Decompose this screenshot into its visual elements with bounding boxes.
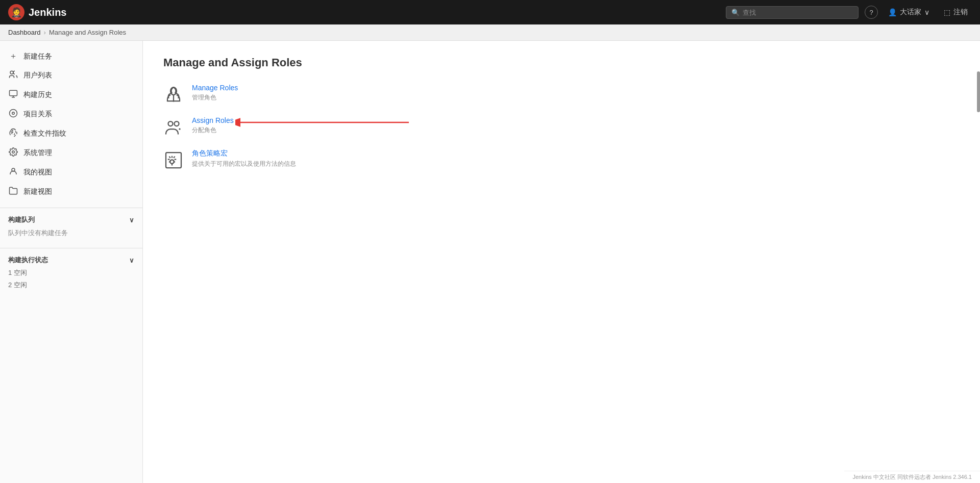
role-strategy-macro-item: 角色策略宏 提供关于可用的宏以及使用方法的信息	[163, 149, 960, 170]
executor-2-id: 2	[8, 281, 12, 289]
sidebar-item-label: 检查文件指纹	[23, 129, 66, 138]
assign-roles-item: Assign Roles 分配角色	[163, 116, 960, 138]
svg-point-7	[168, 121, 173, 126]
svg-point-3	[12, 112, 15, 115]
manage-roles-desc: 管理角色	[192, 93, 238, 102]
build-queue-content: 队列中没有构建任务	[0, 226, 142, 242]
executor-1: 1 空闲	[0, 267, 142, 279]
svg-rect-1	[10, 90, 17, 96]
plus-icon: ＋	[8, 51, 18, 62]
executor-2-status: 空闲	[14, 281, 27, 289]
app-header: 🤵 Jenkins 🔍 ? 👤 大话家 ∨ ⬚ 注销	[0, 0, 980, 24]
breadcrumb: Dashboard › Manage and Assign Roles	[0, 24, 980, 41]
page-title: Manage and Assign Roles	[163, 56, 960, 69]
red-arrow-annotation	[235, 112, 409, 133]
user-chevron-icon: ∨	[924, 8, 929, 16]
sidebar-item-new-view[interactable]: 新建视图	[0, 182, 142, 201]
logout-icon: ⬚	[944, 8, 950, 16]
build-queue-header[interactable]: 构建队列 ∨	[0, 212, 142, 226]
build-history-icon	[8, 89, 18, 100]
role-strategy-macro-icon	[163, 150, 184, 170]
role-strategy-macro-content: 角色策略宏 提供关于可用的宏以及使用方法的信息	[192, 149, 296, 168]
user-list-icon	[8, 70, 18, 81]
jenkins-logo[interactable]: 🤵 Jenkins	[8, 4, 66, 20]
manage-roles-content: Manage Roles 管理角色	[192, 84, 238, 102]
role-strategy-macro-link[interactable]: 角色策略宏	[192, 149, 296, 158]
manage-roles-icon	[163, 85, 184, 105]
user-icon: 👤	[888, 8, 897, 16]
footer-text: Jenkins 中文社区 同软件远志者 Jenkins 2.346.1	[852, 474, 972, 480]
search-icon: 🔍	[731, 9, 740, 16]
page-footer: Jenkins 中文社区 同软件远志者 Jenkins 2.346.1	[844, 471, 980, 483]
page-layout: ＋ 新建任务 用户列表 构建历史 项目关系 检查文件指纹	[0, 41, 980, 483]
project-relation-icon	[8, 109, 18, 120]
search-input[interactable]	[743, 9, 853, 16]
search-bar[interactable]: 🔍	[726, 6, 859, 19]
sidebar-item-fingerprint[interactable]: 检查文件指纹	[0, 124, 142, 143]
svg-point-4	[12, 151, 15, 154]
manage-roles-link[interactable]: Manage Roles	[192, 84, 238, 92]
sidebar-item-label: 用户列表	[23, 71, 52, 80]
svg-point-8	[175, 121, 179, 126]
breadcrumb-dashboard[interactable]: Dashboard	[8, 29, 41, 36]
sidebar: ＋ 新建任务 用户列表 构建历史 项目关系 检查文件指纹	[0, 41, 143, 483]
build-executor-header[interactable]: 构建执行状态 ∨	[0, 252, 142, 267]
build-queue-label: 构建队列	[8, 215, 35, 224]
assign-roles-desc: 分配角色	[192, 126, 234, 135]
sidebar-item-build-history[interactable]: 构建历史	[0, 85, 142, 105]
sidebar-item-label: 我的视图	[23, 168, 52, 177]
user-label: 大话家	[900, 8, 921, 17]
chevron-down-icon: ∨	[129, 216, 134, 224]
sidebar-item-label: 项目关系	[23, 110, 52, 119]
sidebar-item-label: 系统管理	[23, 148, 52, 158]
jenkins-title: Jenkins	[29, 7, 66, 18]
logout-button[interactable]: ⬚ 注销	[940, 6, 972, 19]
assign-roles-link[interactable]: Assign Roles	[192, 116, 234, 124]
folder-icon	[8, 186, 18, 197]
svg-point-2	[10, 110, 17, 117]
executor-1-id: 1	[8, 269, 12, 276]
sidebar-item-label: 构建历史	[23, 90, 52, 99]
sidebar-item-label: 新建任务	[23, 52, 52, 61]
logout-label: 注销	[953, 8, 968, 17]
sidebar-item-users[interactable]: 用户列表	[0, 66, 142, 85]
breadcrumb-separator: ›	[44, 29, 46, 36]
role-strategy-macro-desc: 提供关于可用的宏以及使用方法的信息	[192, 160, 296, 168]
fingerprint-icon	[8, 128, 18, 139]
assign-roles-icon	[163, 117, 184, 138]
build-queue-section: 构建队列 ∨ 队列中没有构建任务	[0, 208, 142, 242]
manage-roles-item: Manage Roles 管理角色	[163, 84, 960, 105]
breadcrumb-current: Manage and Assign Roles	[49, 29, 126, 36]
sidebar-item-system-admin[interactable]: 系统管理	[0, 143, 142, 163]
sidebar-item-label: 新建视图	[23, 187, 52, 196]
executor-2: 2 空闲	[0, 279, 142, 291]
jenkins-logo-icon: 🤵	[8, 4, 24, 20]
chevron-down-icon2: ∨	[129, 257, 134, 264]
sidebar-item-new-task[interactable]: ＋ 新建任务	[0, 47, 142, 66]
executor-1-status: 空闲	[14, 269, 27, 276]
assign-roles-content: Assign Roles 分配角色	[192, 116, 234, 135]
build-executor-section: 构建执行状态 ∨ 1 空闲 2 空闲	[0, 248, 142, 291]
scrollbar-indicator	[977, 71, 980, 112]
my-views-icon	[8, 167, 18, 178]
help-button[interactable]: ?	[865, 6, 878, 19]
sidebar-item-my-views[interactable]: 我的视图	[0, 163, 142, 182]
build-queue-empty: 队列中没有构建任务	[8, 229, 68, 237]
build-executor-label: 构建执行状态	[8, 256, 48, 265]
svg-point-0	[10, 71, 13, 74]
gear-icon	[8, 147, 18, 159]
main-content: Manage and Assign Roles Manage Roles 管理角…	[143, 41, 980, 483]
sidebar-item-project-relation[interactable]: 项目关系	[0, 105, 142, 124]
user-menu[interactable]: 👤 大话家 ∨	[884, 6, 934, 19]
